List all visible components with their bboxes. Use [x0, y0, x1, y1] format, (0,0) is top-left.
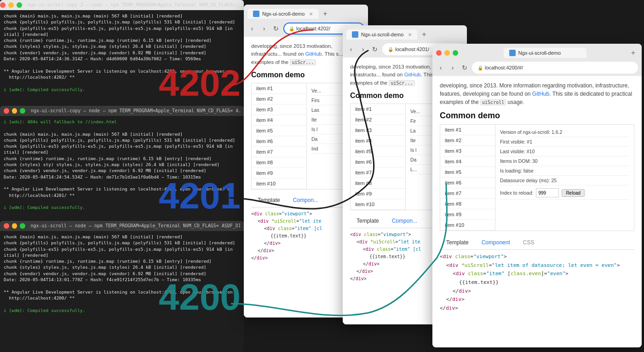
list-item: item #3 — [351, 125, 405, 136]
intro-text-4200: developing, since 2013. More information… — [440, 81, 634, 106]
reload-btn-4200-nav[interactable]: ↻ — [460, 63, 469, 72]
terminal-close-btn-3[interactable] — [4, 223, 9, 229]
minimize-btn-4200[interactable] — [444, 50, 450, 56]
github-link-4200[interactable]: GitHub — [532, 91, 549, 97]
tab-template-4201[interactable]: Template — [350, 215, 385, 228]
forward-btn-4202[interactable]: › — [259, 24, 269, 33]
demo-tabs-4200: Template Component CSS — [440, 237, 634, 250]
maximize-btn-4200[interactable] — [453, 50, 458, 56]
url-4200: localhost:4200/#/ — [485, 65, 523, 70]
terminal-title-3: ngx-ui-scroll — node — npm TERM_PROGRAM=… — [31, 223, 241, 229]
port-label-4201: 4201 — [159, 175, 241, 217]
tab-favicon-4202 — [253, 11, 259, 17]
terminal-zoom-btn-2[interactable] — [20, 108, 25, 114]
reload-btn-4201[interactable]: ↻ — [370, 45, 380, 54]
demo-list-4200: item #1 item #2 item #3 item #4 item #5 … — [440, 125, 495, 231]
new-tab-btn-4200[interactable]: + — [628, 49, 638, 57]
tab-component-4202[interactable]: Compon... — [287, 194, 325, 207]
info-row-last: Last visible: #10 — [500, 147, 629, 156]
list-item: item #10 — [351, 199, 405, 210]
new-tab-btn-4202[interactable]: + — [320, 10, 330, 18]
browser-tab-4201[interactable]: Ngx-ui-scroll-demo ✕ — [346, 29, 417, 40]
list-item: item #2 — [252, 94, 306, 104]
list-item: item #3 — [440, 146, 495, 156]
demo-table-4200: item #1 item #2 item #3 item #4 item #5 … — [440, 124, 634, 231]
back-btn-4202[interactable]: ‹ — [247, 24, 257, 33]
tab-close-4202[interactable]: ✕ — [309, 12, 313, 17]
terminal-titlebar-1: ngx-ui-scroll-copy-2 — node — npm TERM_P… — [0, 0, 244, 10]
close-btn-4200[interactable] — [436, 50, 442, 56]
tab-label-4200: Ngx-ui-scroll-demo — [518, 50, 561, 56]
forward-btn-4200[interactable]: › — [448, 63, 457, 72]
terminal-minimize-btn-3[interactable] — [12, 223, 17, 229]
browser-chrome-4200: Ngx-ui-scroll-demo + ‹ › ↻ 🔒 localhost:4… — [432, 44, 642, 76]
terminal-title-1: ngx-ui-scroll-copy-2 — node — npm TERM_P… — [28, 2, 244, 8]
terminal-close-btn-1[interactable] — [0, 2, 6, 8]
tab-component-4200[interactable]: Component — [475, 237, 517, 249]
tab-favicon-4200 — [509, 50, 516, 56]
list-item: item #6 — [351, 157, 405, 167]
list-item: item #1 — [351, 104, 405, 115]
lock-icon-4201: 🔒 — [388, 47, 393, 52]
terminal-title-2: ngx-ui-scroll-copy — node — npm TERM_PRO… — [31, 108, 240, 114]
url-4202: localhost:4202/ — [296, 26, 330, 31]
list-item: item #7 — [252, 147, 306, 157]
tab-template-4202[interactable]: Template — [251, 194, 287, 207]
terminal-zoom-btn-3[interactable] — [20, 223, 25, 229]
address-bar-4200[interactable]: 🔒 localhost:4200/#/ — [472, 62, 638, 74]
tab-template-4200[interactable]: Template — [440, 237, 475, 249]
list-item: item #1 — [440, 125, 495, 135]
tab-css-4200[interactable]: CSS — [517, 237, 541, 249]
list-item: item #8 — [440, 199, 495, 209]
terminal-titlebar-3: ngx-ui-scroll — node — npm TERM_PROGRAM=… — [0, 221, 244, 231]
forward-btn-4201[interactable]: › — [358, 45, 368, 54]
list-item: item #5 — [252, 126, 306, 136]
list-item: item #4 — [351, 136, 405, 146]
port-label-4200: 4200 — [159, 276, 241, 318]
browser-toolbar-4200: ‹ › ↻ 🔒 localhost:4200/#/ — [432, 59, 642, 76]
lock-icon-4202: 🔒 — [289, 26, 294, 31]
demo-info-4200: Version of ngx-ui-scroll: 1.6.2 First vi… — [495, 125, 634, 231]
reload-button[interactable]: Reload — [562, 189, 585, 197]
reload-input[interactable] — [536, 188, 559, 197]
terminal-titlebar-2: ngx-ui-scroll-copy — node — npm TERM_PRO… — [0, 106, 244, 116]
browser-tab-4200[interactable]: Ngx-ui-scroll-demo — [504, 48, 586, 58]
browser-tab-4202[interactable]: Ngx-ui-scroll-demo ✕ — [247, 9, 318, 19]
list-item: item #2 — [351, 115, 405, 125]
list-item: item #2 — [440, 135, 495, 146]
terminal-minimize-btn-1[interactable] — [8, 2, 14, 8]
terminal-zoom-btn-1[interactable] — [17, 2, 22, 8]
terminal-close-btn-2[interactable] — [4, 108, 9, 114]
demo-title-4200: Common demo — [440, 111, 634, 121]
list-item: item #10 — [440, 220, 495, 231]
list-item: item #9 — [252, 168, 306, 179]
browser-content-4200: developing, since 2013. More information… — [432, 76, 642, 347]
back-btn-4201[interactable]: ‹ — [346, 45, 356, 54]
list-item: item #8 — [252, 157, 306, 168]
github-link-4201[interactable]: GitHub — [404, 72, 421, 77]
info-row-delay: Datasource delay (ms): 25 — [500, 176, 629, 185]
demo-list-4201: item #1 item #2 item #3 item #4 item #5 … — [351, 104, 406, 210]
list-item: item #9 — [440, 209, 495, 220]
list-item: item #7 — [440, 188, 495, 199]
browser-tabbar-4202: Ngx-ui-scroll-demo ✕ + — [244, 5, 368, 20]
reload-label: Index to reload: — [500, 190, 533, 196]
demo-list-4202: item #1 item #2 item #3 item #4 item #5 … — [252, 83, 307, 189]
info-row-loading: Is loading: false — [500, 166, 629, 176]
info-row-first: First visible: #1 — [500, 137, 629, 147]
terminal-minimize-btn-2[interactable] — [12, 108, 17, 114]
new-tab-btn-4201[interactable]: + — [419, 30, 429, 39]
list-item: item #6 — [440, 178, 495, 188]
list-item: item #7 — [351, 167, 405, 178]
back-btn-4200[interactable]: ‹ — [436, 63, 445, 72]
tab-close-4201[interactable]: ✕ — [408, 32, 412, 37]
list-item: item #3 — [252, 104, 306, 115]
info-row-version: Version of ngx-ui-scroll: 1.6.2 — [500, 127, 629, 137]
list-item: item #4 — [252, 115, 306, 126]
browser-tabbar-4200: Ngx-ui-scroll-demo + — [432, 44, 642, 59]
reload-btn-4202[interactable]: ↻ — [271, 24, 281, 33]
list-item: item #4 — [440, 156, 495, 167]
github-link-4202[interactable]: GitHub — [305, 51, 322, 57]
list-item: item #10 — [252, 179, 306, 189]
tab-component-4201[interactable]: Compon... — [385, 215, 424, 228]
